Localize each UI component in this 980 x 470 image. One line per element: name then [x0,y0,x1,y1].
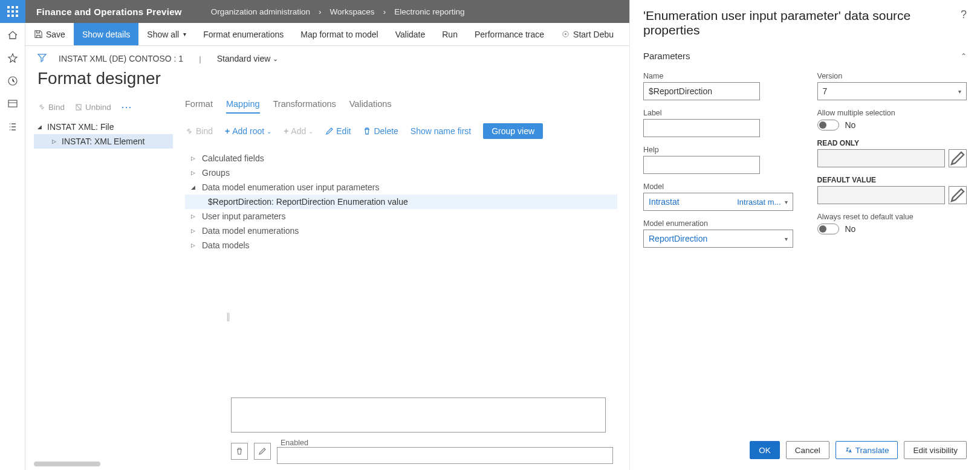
star-icon[interactable] [7,52,19,64]
help-icon[interactable]: ? [961,8,967,21]
app-launcher-icon[interactable] [0,0,25,23]
expand-icon[interactable]: ▷ [191,213,197,219]
model-enum-select[interactable]: ReportDirection ▾ [643,230,793,248]
enabled-label: Enabled [281,439,613,447]
version-select[interactable]: 7 ▾ [817,82,967,100]
edit-button[interactable]: Edit [325,126,351,136]
translate-label: Translate [855,446,889,455]
reset-value: No [845,224,856,234]
tree-item-root[interactable]: ◢ INSTAT XML: File [34,120,173,134]
save-label: Save [46,30,65,39]
chevron-down-icon: ▾ [183,31,186,37]
cancel-button[interactable]: Cancel [786,441,829,459]
tree-item[interactable]: ▷Data models [185,238,617,253]
allow-multiple-toggle[interactable] [817,120,839,130]
format-tree-column: Bind Unbind ⋯ ◢ INSTAT XML: File ▷ INSTA… [34,97,173,447]
add-button[interactable]: +Add⌄ [284,126,313,136]
bind-button[interactable]: Bind [37,103,65,112]
format-enumerations-button[interactable]: Format enumerations [195,23,292,45]
expand-icon[interactable]: ▷ [52,138,58,144]
version-value: 7 [823,86,828,96]
section-label: Parameters [643,51,690,61]
help-input[interactable] [643,156,760,174]
svg-rect-0 [7,6,10,8]
ok-button[interactable]: OK [750,441,780,459]
svg-rect-3 [7,10,10,13]
parameters-section-header[interactable]: Parameters ⌃ [643,51,967,61]
collapse-icon[interactable]: ◢ [191,184,197,190]
add-root-button[interactable]: +Add root⌄ [225,126,271,136]
breadcrumb-item[interactable]: Organization administration [211,7,310,16]
tree-item[interactable]: ▷Calculated fields [185,151,617,166]
tree-item-selected[interactable]: $ReportDirection: ReportDirection Enumer… [185,195,617,209]
show-details-button[interactable]: Show details [74,23,138,45]
svg-rect-6 [7,14,10,17]
view-selector[interactable]: Standard view ⌄ [217,54,279,63]
tree-item[interactable]: ▷User input parameters [185,209,617,224]
name-input[interactable] [643,82,760,100]
svg-rect-5 [16,10,18,13]
show-all-button[interactable]: Show all ▾ [138,23,195,45]
edit-default-button[interactable] [949,186,967,204]
allow-multiple-value: No [845,120,856,130]
edit-icon-button[interactable] [254,443,271,460]
show-all-label: Show all [147,30,179,39]
clock-icon[interactable] [7,75,19,87]
tree-item-child[interactable]: ▷ INSTAT: XML Element [34,134,173,149]
model-select[interactable]: Intrastat Intrastat m...▾ [643,193,793,211]
scrollbar-thumb[interactable] [34,462,100,466]
expression-input[interactable] [231,398,606,433]
tab-mapping[interactable]: Mapping [226,99,260,114]
splitter-handle[interactable]: ‖ [226,312,230,321]
chevron-down-icon: ▾ [785,199,788,205]
tab-transformations[interactable]: Transformations [273,99,336,114]
show-name-first-button[interactable]: Show name first [410,126,471,136]
home-icon[interactable] [7,29,19,41]
breadcrumb-item[interactable]: Workspaces [330,7,375,16]
list-icon[interactable] [7,121,19,133]
enabled-input[interactable] [277,447,613,464]
help-label: Help [643,146,793,154]
bind-button[interactable]: Bind [185,126,213,136]
tree-item[interactable]: ▷Groups [185,166,617,180]
tree-item-label: Data models [202,240,250,250]
tab-validations[interactable]: Validations [349,99,392,114]
tree-item[interactable]: ▷Data model enumerations [185,224,617,238]
chevron-down-icon: ▾ [958,88,961,95]
chevron-down-icon: ⌄ [273,55,278,63]
model-value: Intrastat [649,197,680,207]
separator: | [199,54,201,63]
chevron-right-icon: › [319,7,322,16]
edit-visibility-button[interactable]: Edit visibility [904,441,967,459]
expand-icon[interactable]: ▷ [191,170,197,176]
validate-button[interactable]: Validate [387,23,434,45]
name-label: Name [643,72,793,80]
filter-icon[interactable] [37,53,47,64]
performance-trace-button[interactable]: Performance trace [466,23,553,45]
more-icon[interactable]: ⋯ [121,100,133,114]
group-view-button[interactable]: Group view [483,123,543,139]
expand-icon[interactable]: ▷ [191,228,197,234]
tree-item[interactable]: ◢Data model enumeration user input param… [185,180,617,195]
workspace-icon[interactable] [7,98,19,110]
save-button[interactable]: Save [25,23,74,45]
breadcrumb-item[interactable]: Electronic reporting [394,7,464,16]
run-button[interactable]: Run [433,23,466,45]
translate-button[interactable]: Translate [836,441,898,459]
chevron-down-icon: ▾ [785,236,788,242]
collapse-icon[interactable]: ◢ [37,124,44,130]
mapping-tree: ▷Calculated fields ▷Groups ◢Data model e… [185,145,617,253]
designer-tabs: Format Mapping Transformations Validatio… [185,97,617,117]
properties-pane: 'Enumeration user input parameter' data … [629,0,980,470]
edit-readonly-button[interactable] [949,149,967,167]
delete-button[interactable]: Delete [363,126,398,136]
expand-icon[interactable]: ▷ [191,155,197,161]
delete-icon-button[interactable] [231,443,248,460]
unbind-button[interactable]: Unbind [74,103,111,112]
expand-icon[interactable]: ▷ [191,242,197,248]
start-debug-button[interactable]: Start Debu [553,23,622,45]
tab-format[interactable]: Format [185,99,213,114]
reset-toggle[interactable] [817,224,839,234]
label-input[interactable] [643,119,760,137]
map-format-to-model-button[interactable]: Map format to model [292,23,386,45]
